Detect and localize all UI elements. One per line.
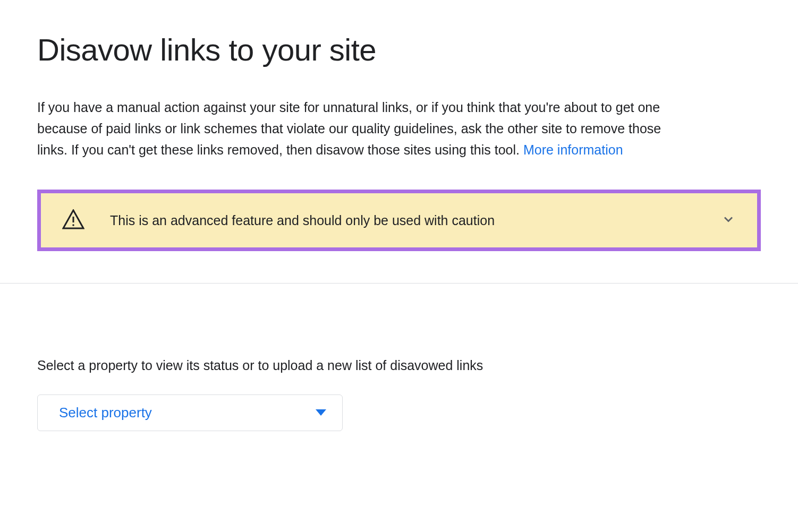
warning-icon xyxy=(62,209,84,231)
warning-banner[interactable]: This is an advanced feature and should o… xyxy=(37,190,761,251)
select-property-dropdown[interactable]: Select property xyxy=(37,394,343,431)
page-description: If you have a manual action against your… xyxy=(37,97,680,160)
more-information-link[interactable]: More information xyxy=(523,142,623,157)
dropdown-arrow-icon xyxy=(316,408,326,418)
dropdown-label: Select property xyxy=(59,405,152,421)
page-title: Disavow links to your site xyxy=(37,32,761,67)
svg-point-1 xyxy=(72,224,74,226)
warning-text: This is an advanced feature and should o… xyxy=(110,213,721,228)
chevron-down-icon xyxy=(721,212,736,229)
property-section-label: Select a property to view its status or … xyxy=(37,358,761,373)
